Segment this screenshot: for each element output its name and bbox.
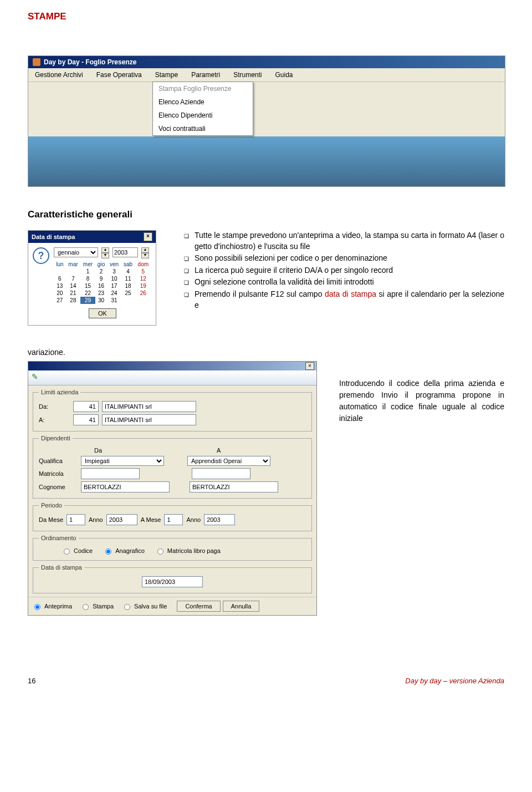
radio-anagrafico[interactable]: Anagrafico <box>103 547 145 555</box>
dow-header: mer <box>80 261 95 268</box>
az-da-name[interactable] <box>102 401 196 412</box>
col-a: A <box>183 447 306 454</box>
bullet-2: Sono possibili selezioni per codice o pe… <box>184 253 504 264</box>
toolbar <box>28 370 316 385</box>
radio-stampa[interactable]: Stampa <box>80 602 114 610</box>
label-damese: Da Mese <box>39 516 63 523</box>
data-stampa-input[interactable] <box>142 576 203 587</box>
edit-icon[interactable] <box>32 372 43 383</box>
question-icon: ? <box>33 247 49 264</box>
feature-list: Tutte le stampe prevedono un'anteprima a… <box>173 230 504 312</box>
label-cognome: Cognome <box>39 484 78 490</box>
cognome-da[interactable] <box>81 481 170 493</box>
window-body <box>28 136 505 186</box>
radio-codice[interactable]: Codice <box>61 547 93 555</box>
calendar-dialog: Data di stampa × ? gennaio ▲▼ ▲▼ lun m <box>28 230 156 326</box>
variazione-text: variazione. <box>28 348 504 357</box>
a-mese[interactable] <box>164 514 183 525</box>
da-mese[interactable] <box>66 514 85 525</box>
matricola-da[interactable] <box>81 468 140 479</box>
radio-anteprima[interactable]: Anteprima <box>32 602 72 610</box>
calendar-grid[interactable]: lun mar mer gio ven sab dom 12345 678910… <box>54 261 151 304</box>
window-title: Day by Day - Foglio Presenze <box>44 58 136 66</box>
ok-button[interactable]: OK <box>89 308 116 318</box>
month-select[interactable]: gennaio <box>54 247 98 257</box>
section-heading: Caratteristiche generali <box>28 209 504 220</box>
label-matricola: Matricola <box>39 470 78 477</box>
radio-matricola[interactable]: Matricola libro paga <box>155 547 221 555</box>
annulla-button[interactable]: Annulla <box>223 601 260 612</box>
a-anno[interactable] <box>204 514 235 525</box>
label-a: A: <box>39 417 70 423</box>
dow-header: dom <box>135 261 151 268</box>
conferma-button[interactable]: Conferma <box>177 601 220 612</box>
month-spinner[interactable]: ▲▼ <box>101 247 109 258</box>
limiti-legend: Limiti azienda <box>39 389 80 395</box>
java-icon <box>33 58 40 66</box>
dow-header: lun <box>54 261 66 268</box>
az-a-name[interactable] <box>102 414 196 425</box>
ordinamento-fieldset: Ordinamento Codice Anagrafico Matricola … <box>33 535 312 561</box>
window-titlebar: Day by Day - Foglio Presenze <box>28 56 505 68</box>
cognome-a[interactable] <box>190 481 278 493</box>
menu-fase-operativa[interactable]: Fase Operativa <box>90 68 149 82</box>
label-da: Da: <box>39 403 70 410</box>
menubar: Gestione Archivi Fase Operativa Stampe P… <box>28 68 505 82</box>
side-explanation: Introducendo il codice della prima azien… <box>339 361 504 424</box>
qualifica-a[interactable]: Apprendisti Operai <box>187 456 270 466</box>
menu-gestione-archivi[interactable]: Gestione Archivi <box>28 68 90 82</box>
label-qualifica: Qualifica <box>39 458 78 464</box>
bullet-1: Tutte le stampe prevedono un'anteprima a… <box>184 230 504 252</box>
dipendenti-fieldset: Dipendenti Da A Qualifica Impiegati Appr… <box>33 435 312 499</box>
dipendenti-legend: Dipendenti <box>39 435 73 441</box>
dropdown-stampa-foglio[interactable]: Stampa Foglio Presenze <box>153 82 253 95</box>
label-anno2: Anno <box>186 516 201 523</box>
ordinamento-legend: Ordinamento <box>39 535 79 541</box>
col-da: Da <box>39 447 183 454</box>
matricola-a[interactable] <box>192 468 250 479</box>
da-anno[interactable] <box>106 514 137 525</box>
dow-header: mar <box>66 261 81 268</box>
label-amese: A Mese <box>141 516 161 523</box>
dropdown-elenco-dipendenti[interactable]: Elenco Dipendenti <box>153 109 253 122</box>
periodo-fieldset: Periodo Da Mese Anno A Mese Anno <box>33 502 312 531</box>
bullet-4: Ogni selezione controlla la validità dei… <box>184 277 504 288</box>
label-anno1: Anno <box>89 516 103 523</box>
page-number: 16 <box>28 677 35 685</box>
bullet-5: Premendo il pulsante F12 sul campo data … <box>184 289 504 311</box>
bullet-3: La ricerca può seguire il criterio DA/A … <box>184 265 504 276</box>
menu-parametri[interactable]: Parametri <box>185 68 227 82</box>
menu-guida[interactable]: Guida <box>269 68 300 82</box>
page-title: STAMPE <box>28 11 504 22</box>
periodo-legend: Periodo <box>39 502 64 509</box>
az-da-code[interactable] <box>73 401 99 412</box>
close-icon[interactable]: × <box>144 232 152 241</box>
data-stampa-legend: Data di stampa <box>39 564 84 571</box>
dow-header: gio <box>95 261 108 268</box>
menu-strumenti[interactable]: Strumenti <box>227 68 268 82</box>
dow-header: sab <box>121 261 135 268</box>
dropdown-elenco-aziende[interactable]: Elenco Aziende <box>153 95 253 109</box>
year-input[interactable] <box>112 247 138 257</box>
app-window: Day by Day - Foglio Presenze Gestione Ar… <box>28 55 505 187</box>
year-spinner[interactable]: ▲▼ <box>141 247 149 258</box>
footer-right: Day by day – versione Azienda <box>405 677 504 685</box>
radio-salva[interactable]: Salva su file <box>121 602 167 610</box>
calendar-title: Data di stampa <box>32 233 75 240</box>
dow-header: ven <box>107 261 121 268</box>
stampe-dropdown: Stampa Foglio Presenze Elenco Aziende El… <box>152 82 253 136</box>
close-icon[interactable]: × <box>305 362 314 370</box>
az-a-code[interactable] <box>73 414 99 425</box>
qualifica-da[interactable]: Impiegati <box>81 456 164 466</box>
print-form: × Limiti azienda Da: A: Dipendenti <box>28 361 317 616</box>
data-stampa-fieldset: Data di stampa <box>33 564 312 593</box>
menu-stampe[interactable]: Stampe <box>149 68 185 82</box>
dropdown-voci-contrattuali[interactable]: Voci contrattuali <box>153 122 253 135</box>
limiti-azienda-fieldset: Limiti azienda Da: A: <box>33 389 312 431</box>
